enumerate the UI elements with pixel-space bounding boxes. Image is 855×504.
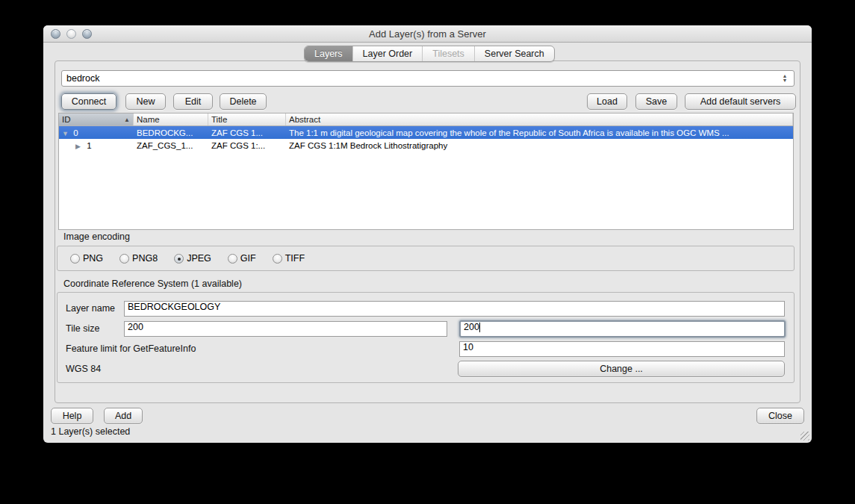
tab-bar: Layers Layer Order Tilesets Server Searc… (304, 46, 555, 62)
radio-jpeg-selected-icon[interactable] (174, 254, 184, 264)
sort-ascending-icon: ▲ (124, 116, 130, 123)
column-header-name[interactable]: Name (134, 113, 208, 125)
column-header-id[interactable]: ID ▲ (59, 113, 134, 125)
tile-size-label: Tile size (66, 323, 99, 334)
feature-limit-input[interactable]: 10 (459, 341, 785, 357)
combobox-stepper-icon[interactable]: ▲▼ (779, 72, 791, 85)
column-header-abstract[interactable]: Abstract (286, 113, 793, 125)
text-cursor (479, 323, 480, 332)
add-default-servers-button[interactable]: Add default servers (685, 93, 796, 110)
radio-jpeg[interactable]: JPEG (174, 253, 211, 264)
server-connection-value: bedrock (66, 73, 99, 84)
column-header-title[interactable]: Title (208, 113, 286, 125)
add-layers-dialog: Add Layer(s) from a Server Layers Layer … (43, 25, 812, 443)
radio-png-icon[interactable] (70, 254, 80, 264)
image-encoding-label: Image encoding (63, 231, 130, 242)
tab-layer-order[interactable]: Layer Order (353, 46, 423, 61)
collapse-row-icon[interactable]: ▼ (62, 130, 71, 137)
change-crs-button[interactable]: Change ... (458, 361, 785, 377)
tile-height-input[interactable]: 200 (459, 320, 786, 337)
row-name: ZAF_CGS_1... (134, 141, 208, 150)
layer-list-table[interactable]: ID ▲ Name Title Abstract ▼ 0 BEDROCKG...… (58, 113, 794, 230)
help-button[interactable]: Help (51, 408, 93, 424)
selected-crs-value: WGS 84 (66, 364, 101, 374)
row-abstract: The 1:1 m digital geological map coverin… (286, 128, 793, 137)
selection-status-text: 1 Layer(s) selected (51, 426, 130, 437)
add-button[interactable]: Add (104, 408, 143, 424)
close-button[interactable]: Close (756, 408, 804, 424)
tab-tilesets: Tilesets (423, 46, 475, 61)
row-title: ZAF CGS 1:... (208, 141, 286, 150)
radio-tiff[interactable]: TIFF (273, 253, 305, 264)
row-id: 1 (87, 141, 91, 150)
table-header-row: ID ▲ Name Title Abstract (59, 113, 793, 126)
radio-gif-icon[interactable] (228, 254, 237, 264)
row-name: BEDROCKG... (134, 128, 208, 137)
window-controls (51, 29, 92, 39)
minimize-window-icon[interactable] (66, 29, 76, 39)
radio-png8-icon[interactable] (119, 254, 129, 264)
save-button[interactable]: Save (635, 93, 677, 110)
edit-button[interactable]: Edit (173, 93, 213, 110)
table-row[interactable]: ▶ 1 ZAF_CGS_1... ZAF CGS 1:... ZAF CGS 1… (59, 139, 793, 152)
row-abstract: ZAF CGS 1:1M Bedrock Lithostratigraphy (286, 141, 793, 150)
feature-limit-label: Feature limit for GetFeatureInfo (66, 343, 196, 354)
radio-tiff-icon[interactable] (273, 254, 282, 264)
row-id: 0 (73, 128, 78, 137)
window-title: Add Layer(s) from a Server (369, 28, 486, 40)
table-row[interactable]: ▼ 0 BEDROCKG... ZAF CGS 1... The 1:1 m d… (59, 126, 793, 139)
connect-button[interactable]: Connect (61, 93, 116, 110)
radio-gif[interactable]: GIF (228, 253, 256, 264)
resize-grip[interactable] (800, 432, 809, 441)
radio-png8[interactable]: PNG8 (119, 253, 158, 264)
new-button[interactable]: New (125, 93, 166, 110)
tile-width-input[interactable]: 200 (124, 321, 447, 337)
crs-section-label: Coordinate Reference System (1 available… (63, 279, 242, 289)
tab-layers[interactable]: Layers (305, 46, 353, 61)
delete-button[interactable]: Delete (220, 93, 267, 110)
close-window-icon[interactable] (51, 29, 60, 39)
layer-name-label: Layer name (66, 303, 115, 314)
radio-png[interactable]: PNG (70, 253, 103, 264)
row-title: ZAF CGS 1... (208, 128, 286, 137)
load-button[interactable]: Load (587, 93, 627, 110)
image-encoding-group: PNG PNG8 JPEG GIF TIFF (57, 246, 795, 271)
server-connection-combobox[interactable]: bedrock ▲▼ (61, 70, 795, 87)
tab-server-search[interactable]: Server Search (475, 46, 554, 61)
layer-name-input[interactable]: BEDROCKGEOLOGY (124, 301, 785, 317)
zoom-window-icon[interactable] (82, 29, 92, 39)
expand-row-icon[interactable]: ▶ (75, 143, 84, 150)
title-bar[interactable]: Add Layer(s) from a Server (43, 25, 812, 43)
